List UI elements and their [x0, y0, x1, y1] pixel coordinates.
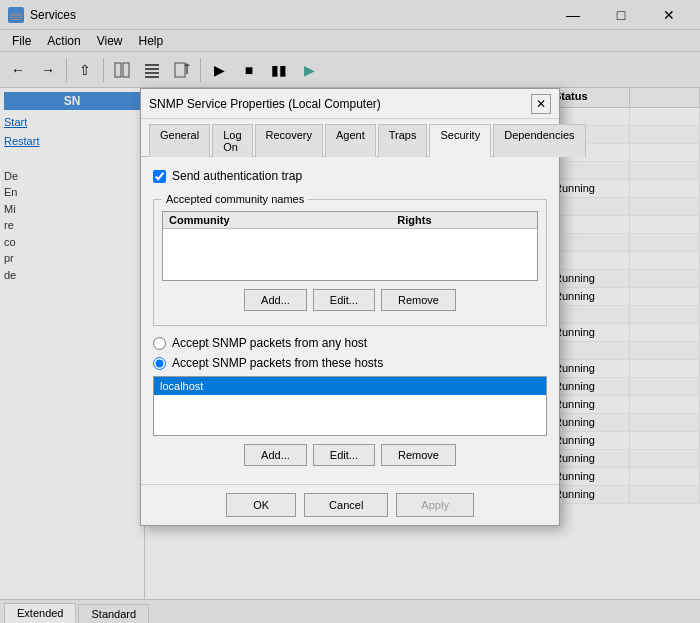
auth-trap-label: Send authentication trap [172, 169, 302, 183]
host-buttons: Add... Edit... Remove [153, 444, 547, 466]
community-remove-button[interactable]: Remove [381, 289, 456, 311]
radio-these-hosts-input[interactable] [153, 357, 166, 370]
radio-any-host: Accept SNMP packets from any host [153, 336, 547, 350]
tab-security[interactable]: Security [429, 124, 491, 157]
tab-agent[interactable]: Agent [325, 124, 376, 157]
radio-these-hosts-label: Accept SNMP packets from these hosts [172, 356, 383, 370]
host-listbox: localhost [153, 376, 547, 436]
auth-trap-checkbox[interactable] [153, 170, 166, 183]
dialog-content: Send authentication trap Accepted commun… [141, 157, 559, 484]
ok-button[interactable]: OK [226, 493, 296, 517]
tab-dependencies[interactable]: Dependencies [493, 124, 585, 157]
radio-any-host-label: Accept SNMP packets from any host [172, 336, 367, 350]
rights-col-header: Rights [391, 212, 537, 229]
community-col-header: Community [163, 212, 391, 229]
dialog-title: SNMP Service Properties (Local Computer) [149, 97, 531, 111]
apply-button[interactable]: Apply [396, 493, 474, 517]
host-edit-button[interactable]: Edit... [313, 444, 375, 466]
tab-logon[interactable]: Log On [212, 124, 252, 157]
dialog-titlebar: SNMP Service Properties (Local Computer)… [141, 89, 559, 119]
host-add-button[interactable]: Add... [244, 444, 307, 466]
community-edit-button[interactable]: Edit... [313, 289, 375, 311]
community-table: Community Rights [162, 211, 538, 281]
tab-general[interactable]: General [149, 124, 210, 157]
host-remove-button[interactable]: Remove [381, 444, 456, 466]
tab-recovery[interactable]: Recovery [255, 124, 323, 157]
tab-traps[interactable]: Traps [378, 124, 428, 157]
modal-overlay: SNMP Service Properties (Local Computer)… [0, 0, 700, 623]
dialog-tabs: General Log On Recovery Agent Traps Secu… [141, 119, 559, 157]
radio-any-host-input[interactable] [153, 337, 166, 350]
community-buttons: Add... Edit... Remove [162, 289, 538, 311]
snmp-dialog: SNMP Service Properties (Local Computer)… [140, 88, 560, 526]
dialog-close-button[interactable]: ✕ [531, 94, 551, 114]
community-fieldset: Accepted community names Community Right… [153, 193, 547, 326]
dialog-footer: OK Cancel Apply [141, 484, 559, 525]
cancel-button[interactable]: Cancel [304, 493, 388, 517]
host-item-localhost[interactable]: localhost [154, 377, 546, 395]
auth-trap-row: Send authentication trap [153, 169, 547, 183]
community-legend: Accepted community names [162, 193, 308, 205]
community-add-button[interactable]: Add... [244, 289, 307, 311]
radio-these-hosts: Accept SNMP packets from these hosts [153, 356, 547, 370]
